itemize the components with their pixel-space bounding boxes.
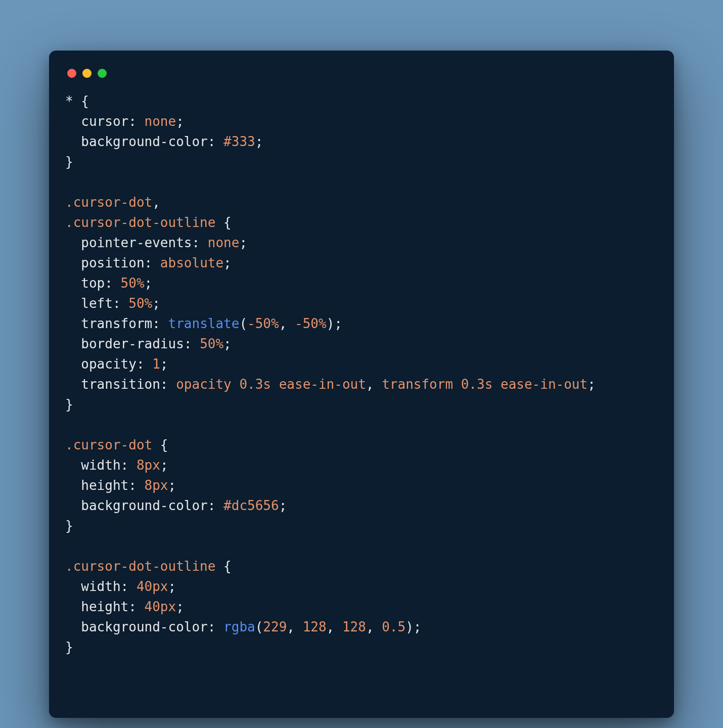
code-token: :	[184, 336, 200, 351]
code-token: :	[208, 498, 223, 513]
code-token: border-radius	[81, 336, 184, 351]
code-window: * { cursor: none; background-color: #333…	[49, 51, 674, 718]
code-token: ,	[152, 195, 160, 210]
code-token: :	[128, 478, 144, 493]
code-token: 8px	[145, 478, 168, 493]
code-token: 229	[263, 619, 287, 634]
code-token: ;	[223, 336, 232, 351]
code-token: ;	[152, 296, 160, 311]
code-token: ;	[223, 255, 232, 270]
code-token: top	[81, 276, 105, 291]
code-token	[65, 255, 81, 270]
code-token: transform	[81, 316, 152, 331]
code-token: :	[208, 134, 223, 149]
code-token: -50%	[295, 316, 327, 331]
code-token: ;	[334, 316, 342, 331]
code-token: 8px	[137, 458, 160, 473]
code-token: )	[327, 316, 335, 331]
code-token: ;	[176, 599, 184, 614]
code-token: -50%	[247, 316, 279, 331]
code-token	[65, 356, 81, 372]
code-token: ;	[145, 276, 153, 291]
code-token: :	[152, 316, 168, 331]
code-token: 40px	[137, 579, 168, 594]
code-token: :	[105, 276, 120, 291]
code-token: 50%	[200, 336, 223, 351]
code-token: translate	[168, 316, 240, 331]
code-token: (	[255, 619, 263, 634]
code-token	[65, 599, 81, 614]
code-token: position	[81, 255, 144, 270]
code-token: :	[145, 255, 160, 270]
window-titlebar	[65, 66, 658, 91]
code-token	[65, 377, 81, 392]
code-token: :	[137, 356, 152, 372]
code-token	[65, 458, 81, 473]
code-token	[65, 134, 81, 149]
code-token: width	[81, 458, 120, 473]
code-token: {	[215, 215, 231, 230]
code-token: ;	[588, 377, 596, 392]
code-token: :	[121, 458, 137, 473]
code-token: #dc5656	[223, 498, 279, 513]
code-token: #333	[223, 134, 255, 149]
code-token: .cursor-dot	[65, 437, 152, 452]
code-token: transform 0.3s ease-in-out	[382, 377, 588, 392]
code-token	[65, 579, 81, 594]
code-token: :	[121, 579, 137, 594]
code-token: rgba	[223, 619, 255, 634]
code-token: 1	[152, 356, 160, 372]
code-token: opacity	[81, 356, 137, 372]
code-token	[65, 498, 81, 513]
code-token: ,	[366, 377, 382, 392]
code-token: background-color	[81, 498, 207, 513]
code-token	[65, 276, 81, 291]
code-token: height	[81, 478, 128, 493]
code-token: height	[81, 599, 128, 614]
code-token	[65, 316, 81, 331]
code-token: transition	[81, 377, 160, 392]
code-token: ,	[327, 619, 342, 634]
code-token: cursor	[81, 114, 128, 129]
code-token: 50%	[121, 276, 145, 291]
code-token	[65, 235, 81, 250]
code-token	[65, 114, 81, 129]
code-token: )	[405, 619, 414, 634]
window-minimize-icon[interactable]	[82, 69, 92, 78]
code-token: ;	[176, 114, 184, 129]
code-token: ;	[160, 356, 168, 372]
code-token: width	[81, 579, 120, 594]
code-token: :	[208, 619, 223, 634]
code-token	[65, 296, 81, 311]
code-token: }	[65, 640, 73, 655]
code-token: 128	[303, 619, 327, 634]
code-token: .cursor-dot-outline	[65, 559, 215, 574]
code-token: .cursor-dot	[65, 195, 152, 210]
code-token: }	[65, 518, 73, 533]
code-token: absolute	[160, 255, 223, 270]
code-token: none	[145, 114, 176, 129]
code-token: ;	[414, 619, 422, 634]
code-token: ,	[279, 316, 295, 331]
code-token: opacity 0.3s ease-in-out	[176, 377, 366, 392]
code-token: 50%	[128, 296, 152, 311]
code-token: }	[65, 397, 73, 412]
code-token: :	[113, 296, 128, 311]
code-token	[65, 478, 81, 493]
code-token: .cursor-dot-outline	[65, 215, 215, 230]
code-token: ;	[168, 478, 176, 493]
stage: * { cursor: none; background-color: #333…	[0, 0, 723, 728]
code-token: pointer-events	[81, 235, 192, 250]
code-token: :	[128, 114, 144, 129]
window-zoom-icon[interactable]	[98, 69, 107, 78]
code-token: background-color	[81, 134, 207, 149]
code-token: none	[208, 235, 240, 250]
code-token: left	[81, 296, 113, 311]
code-token	[65, 336, 81, 351]
code-token: {	[215, 559, 231, 574]
code-token: :	[128, 599, 144, 614]
code-token: ;	[160, 458, 168, 473]
code-token: :	[160, 377, 176, 392]
window-close-icon[interactable]	[67, 69, 76, 78]
code-block: * { cursor: none; background-color: #333…	[65, 91, 658, 657]
